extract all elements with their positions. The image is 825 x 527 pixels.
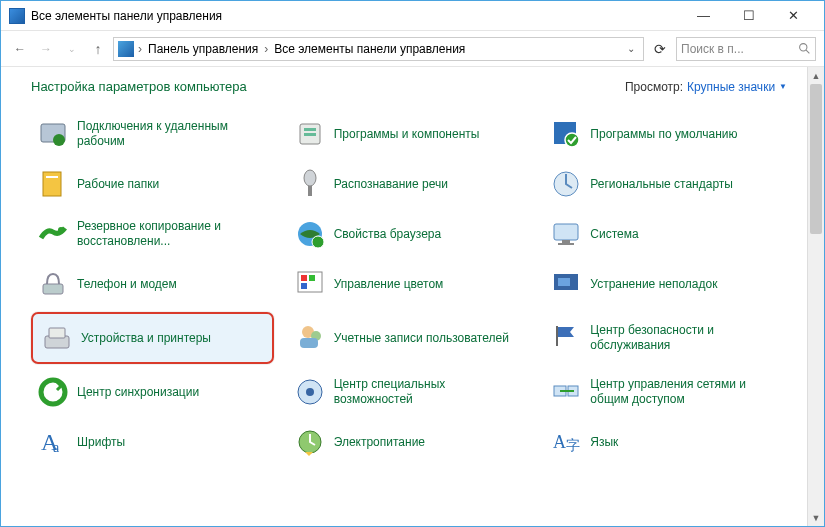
- item-icon: [37, 118, 69, 150]
- item-icon: [37, 218, 69, 250]
- control-panel-item[interactable]: Программы по умолчанию: [544, 112, 787, 156]
- svg-line-1: [806, 50, 809, 53]
- svg-rect-19: [558, 243, 574, 245]
- item-label: Язык: [590, 435, 618, 450]
- control-panel-item[interactable]: Управление цветом: [288, 262, 531, 306]
- item-icon: [294, 168, 326, 200]
- item-icon: [550, 376, 582, 408]
- svg-point-34: [306, 388, 314, 396]
- control-panel-item[interactable]: AaШрифты: [31, 420, 274, 464]
- window-title: Все элементы панели управления: [31, 9, 681, 23]
- control-panel-small-icon: [118, 41, 134, 57]
- control-panel-item[interactable]: Свойства браузера: [288, 212, 531, 256]
- svg-rect-10: [46, 176, 58, 178]
- scroll-down-button[interactable]: ▼: [808, 509, 824, 526]
- control-panel-item[interactable]: Система: [544, 212, 787, 256]
- item-label: Электропитание: [334, 435, 425, 450]
- item-icon: Aa: [37, 426, 69, 458]
- item-label: Программы и компоненты: [334, 127, 480, 142]
- control-panel-item[interactable]: Резервное копирование и восстановлени...: [31, 212, 274, 256]
- refresh-button[interactable]: ⟳: [648, 41, 672, 57]
- breadcrumb-dropdown[interactable]: ⌄: [623, 43, 639, 54]
- control-panel-item[interactable]: Распознавание речи: [288, 162, 531, 206]
- svg-point-8: [565, 133, 579, 147]
- item-label: Программы по умолчанию: [590, 127, 737, 142]
- item-icon: [550, 168, 582, 200]
- item-icon: [294, 426, 326, 458]
- control-panel-item[interactable]: Учетные записи пользователей: [288, 312, 531, 364]
- navbar: ← → ⌄ ↑ › Панель управления › Все элемен…: [1, 31, 824, 67]
- control-panel-item[interactable]: Программы и компоненты: [288, 112, 531, 156]
- view-selector[interactable]: Крупные значки ▼: [687, 80, 787, 94]
- search-input[interactable]: Поиск в п...: [676, 37, 816, 61]
- svg-point-0: [800, 44, 807, 51]
- item-label: Устройства и принтеры: [81, 331, 211, 346]
- nav-forward[interactable]: →: [35, 38, 57, 60]
- control-panel-item[interactable]: Телефон и модем: [31, 262, 274, 306]
- page-title: Настройка параметров компьютера: [31, 79, 625, 94]
- breadcrumb-item[interactable]: Все элементы панели управления: [272, 42, 467, 56]
- control-panel-icon: [9, 8, 25, 24]
- vertical-scrollbar[interactable]: ▲ ▼: [807, 67, 824, 526]
- item-label: Устранение неполадок: [590, 277, 717, 292]
- scroll-up-button[interactable]: ▲: [808, 67, 824, 84]
- item-icon: [294, 268, 326, 300]
- svg-point-11: [304, 170, 316, 186]
- control-panel-item[interactable]: Подключения к удаленным рабочим: [31, 112, 274, 156]
- svg-rect-18: [562, 240, 570, 243]
- item-icon: [37, 268, 69, 300]
- control-panel-item[interactable]: A字Язык: [544, 420, 787, 464]
- item-label: Телефон и модем: [77, 277, 177, 292]
- item-icon: [550, 218, 582, 250]
- nav-recent-dropdown[interactable]: ⌄: [61, 38, 83, 60]
- control-panel-item[interactable]: Устройства и принтеры: [31, 312, 274, 364]
- item-label: Центр специальных возможностей: [334, 377, 525, 407]
- control-panel-item[interactable]: Электропитание: [288, 420, 531, 464]
- item-icon: [294, 218, 326, 250]
- item-label: Центр управления сетями и общим доступом: [590, 377, 781, 407]
- minimize-button[interactable]: —: [681, 2, 726, 30]
- svg-rect-17: [554, 224, 578, 240]
- item-icon: [37, 168, 69, 200]
- breadcrumb-item[interactable]: Панель управления: [146, 42, 260, 56]
- control-panel-item[interactable]: Центр безопасности и обслуживания: [544, 312, 787, 364]
- svg-rect-26: [558, 278, 570, 286]
- content-header: Настройка параметров компьютера Просмотр…: [31, 79, 787, 94]
- maximize-button[interactable]: ☐: [726, 2, 771, 30]
- item-icon: [41, 322, 73, 354]
- item-label: Управление цветом: [334, 277, 444, 292]
- svg-rect-12: [308, 186, 312, 196]
- svg-point-14: [58, 227, 64, 233]
- control-panel-item[interactable]: Рабочие папки: [31, 162, 274, 206]
- control-panel-item[interactable]: Центр специальных возможностей: [288, 370, 531, 414]
- control-panel-item[interactable]: Центр синхронизации: [31, 370, 274, 414]
- control-panel-item[interactable]: Региональные стандарты: [544, 162, 787, 206]
- svg-text:A: A: [553, 432, 566, 452]
- scroll-thumb[interactable]: [810, 84, 822, 234]
- item-icon: [550, 268, 582, 300]
- item-label: Резервное копирование и восстановлени...: [77, 219, 268, 249]
- item-icon: [294, 322, 326, 354]
- item-label: Распознавание речи: [334, 177, 448, 192]
- item-label: Свойства браузера: [334, 227, 442, 242]
- svg-rect-28: [49, 328, 65, 338]
- window: Все элементы панели управления — ☐ ✕ ← →…: [0, 0, 825, 527]
- items-grid: Подключения к удаленным рабочимПрограммы…: [31, 112, 787, 464]
- item-label: Шрифты: [77, 435, 125, 450]
- breadcrumb-bar[interactable]: › Панель управления › Все элементы панел…: [113, 37, 644, 61]
- nav-back[interactable]: ←: [9, 38, 31, 60]
- item-label: Центр синхронизации: [77, 385, 199, 400]
- svg-rect-23: [309, 275, 315, 281]
- item-label: Центр безопасности и обслуживания: [590, 323, 781, 353]
- svg-point-3: [53, 134, 65, 146]
- control-panel-item[interactable]: Устранение неполадок: [544, 262, 787, 306]
- nav-up[interactable]: ↑: [87, 38, 109, 60]
- close-button[interactable]: ✕: [771, 2, 816, 30]
- svg-rect-22: [301, 275, 307, 281]
- item-label: Система: [590, 227, 638, 242]
- svg-rect-9: [43, 172, 61, 196]
- control-panel-item[interactable]: Центр управления сетями и общим доступом: [544, 370, 787, 414]
- chevron-down-icon: ▼: [779, 82, 787, 91]
- item-label: Региональные стандарты: [590, 177, 733, 192]
- view-label: Просмотр:: [625, 80, 683, 94]
